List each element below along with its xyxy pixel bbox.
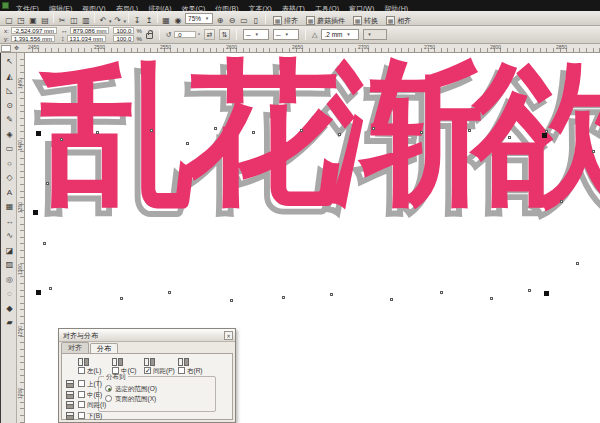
curve-node[interactable] — [214, 127, 217, 130]
drop-shadow-tool-icon[interactable]: ◪ — [3, 244, 16, 259]
arrowhead-start-combo[interactable]: ─ ▾ — [243, 29, 269, 40]
radio-选定的范围(O)[interactable] — [105, 385, 112, 392]
checkbox-左(L)[interactable] — [78, 367, 85, 374]
curve-node[interactable] — [560, 200, 563, 203]
checkbox-间距(P)[interactable]: ✓ — [144, 367, 151, 374]
eyedropper-tool-icon[interactable]: ◎ — [3, 273, 16, 288]
curve-node[interactable] — [49, 287, 52, 290]
selection-handle[interactable] — [544, 291, 549, 296]
curve-node[interactable] — [252, 131, 255, 134]
tab-对齐[interactable]: 对齐 — [61, 342, 89, 353]
dialog-tabs: 对齐分布 — [59, 342, 235, 353]
curve-node[interactable] — [372, 127, 375, 130]
selection-handle[interactable] — [33, 210, 38, 215]
selection-handle[interactable] — [542, 133, 547, 138]
transparency-tool-icon[interactable]: ▨ — [3, 258, 16, 273]
dropdown-arrow-icon[interactable]: ▾ — [124, 18, 127, 24]
shape-tool-icon[interactable]: ◭ — [3, 70, 16, 85]
selection-handle[interactable] — [36, 131, 41, 136]
width-field[interactable]: 879.086 mm — [70, 27, 109, 34]
curve-node[interactable] — [468, 129, 471, 132]
curve-node[interactable] — [150, 129, 153, 132]
table-tool-icon[interactable]: ▦ — [3, 200, 16, 215]
scale-h-field[interactable]: 100.0 — [113, 27, 134, 34]
polygon-tool-icon[interactable]: ◇ — [3, 171, 16, 186]
rotation-angle-field[interactable]: .0 — [174, 31, 196, 38]
curve-node[interactable] — [528, 289, 531, 292]
fill-tool-icon[interactable]: ◆ — [3, 302, 16, 317]
artwork-char-0[interactable]: 乱 — [40, 53, 184, 258]
crop-tool-icon[interactable]: ◺ — [3, 84, 16, 99]
dimension-tool-icon[interactable]: ↔ — [3, 215, 16, 230]
curve-node[interactable] — [168, 291, 171, 294]
text-tool-icon[interactable]: A — [3, 186, 16, 201]
scale-v-field[interactable]: 100.0 — [113, 35, 134, 42]
close-icon[interactable]: ✕ — [224, 331, 233, 340]
mirror-horizontal-button[interactable]: ⇄ — [204, 29, 215, 40]
distribute-icon — [65, 380, 76, 388]
zoom-level-combo[interactable]: 75% ▾ — [185, 13, 213, 24]
curve-node[interactable] — [576, 262, 579, 265]
curve-node[interactable] — [490, 297, 493, 300]
align-distribute-dialog[interactable]: 对齐与分布 ✕ 对齐分布 分布到 选定的范围(O)页面的范围(X) 左(L)中(… — [58, 328, 236, 423]
curve-node[interactable] — [60, 138, 63, 141]
y-position-field[interactable]: 1,391.556 mm — [11, 35, 55, 42]
y-label: y: — [4, 36, 9, 42]
percent-v: % — [136, 36, 141, 42]
smart-fill-tool-icon[interactable]: ◈ — [3, 128, 16, 143]
ruler-origin-button[interactable] — [1, 45, 11, 52]
artwork-char-1[interactable]: 花 — [184, 53, 328, 258]
toolbar-separator — [305, 29, 306, 40]
property-bar: x:-2,524.097 mm y:1,391.556 mm ↔879.086 … — [0, 26, 600, 44]
mirror-vertical-button[interactable]: ⇅ — [219, 29, 230, 40]
artwork-char-3[interactable]: 欲 — [472, 53, 600, 258]
lock-ratio-icon[interactable] — [146, 33, 153, 39]
curve-node[interactable] — [440, 291, 443, 294]
curve-node[interactable] — [330, 293, 333, 296]
outline-width-combo[interactable]: .2 mm ▾ — [321, 29, 359, 40]
curve-node[interactable] — [96, 131, 99, 134]
checkbox-下(B)[interactable] — [78, 412, 85, 419]
curve-node[interactable] — [390, 298, 393, 301]
arrowhead-end-combo[interactable]: ─ ▾ — [273, 29, 299, 40]
ellipse-tool-icon[interactable]: ○ — [3, 157, 16, 172]
checkbox-上(T)[interactable] — [78, 380, 85, 387]
outline-pen-tool-icon[interactable]: ◌ — [3, 287, 16, 302]
pick-tool-icon[interactable]: ↖ — [3, 55, 16, 70]
checkbox-间距(I)[interactable] — [78, 401, 85, 408]
curve-node[interactable] — [338, 133, 341, 136]
ruler-label: 2450 — [28, 44, 39, 50]
ruler-label: 1250 — [17, 326, 23, 337]
dialog-title-bar[interactable]: 对齐与分布 ✕ — [59, 329, 235, 342]
curve-node[interactable] — [186, 142, 189, 145]
artwork-text[interactable]: 乱花渐欲 — [40, 53, 600, 258]
curve-node[interactable] — [230, 299, 233, 302]
curve-node[interactable] — [300, 129, 303, 132]
toolbar-separator — [159, 29, 160, 40]
object-position: x:-2,524.097 mm y:1,391.556 mm — [4, 27, 57, 42]
artwork-char-2[interactable]: 渐 — [328, 53, 472, 258]
toolbar-separator — [265, 13, 266, 24]
curve-node[interactable] — [508, 136, 511, 139]
curve-node[interactable] — [282, 296, 285, 299]
horizontal-ruler[interactable]: ✥ 245025002550260026502700275028002850 — [0, 44, 600, 53]
x-position-field[interactable]: -2,524.097 mm — [11, 27, 57, 34]
freehand-tool-icon[interactable]: ✎ — [3, 113, 16, 128]
connector-tool-icon[interactable]: ∿ — [3, 229, 16, 244]
mogu-plugin-button-label: 蘑菇插件 — [317, 16, 345, 26]
curve-node[interactable] — [43, 242, 46, 245]
rectangle-tool-icon[interactable]: ▭ — [3, 142, 16, 157]
interactive-fill-tool-icon[interactable]: ▰ — [3, 316, 16, 331]
checkbox-右(R)[interactable] — [178, 367, 185, 374]
curve-node[interactable] — [120, 297, 123, 300]
curve-node[interactable] — [592, 150, 595, 153]
zoom-tool-icon[interactable]: ⊙ — [3, 99, 16, 114]
checkbox-中(E)[interactable] — [78, 391, 85, 398]
curve-node[interactable] — [46, 182, 49, 185]
height-field[interactable]: 131.034 mm — [67, 35, 106, 42]
checkbox-中(C)[interactable] — [112, 367, 119, 374]
vertical-ruler[interactable]: 145014001350130012501200 — [17, 53, 25, 423]
curve-node[interactable] — [420, 131, 423, 134]
distribute-icon — [78, 357, 89, 365]
selection-handle[interactable] — [36, 290, 41, 295]
